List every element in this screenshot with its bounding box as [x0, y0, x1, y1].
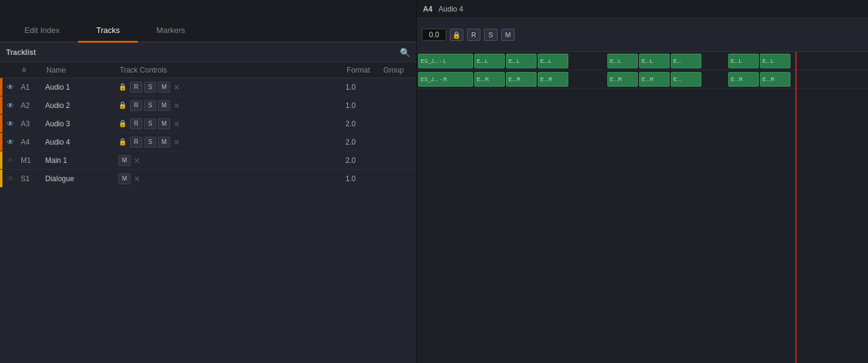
lock-icon-a4: 🔒: [118, 138, 127, 146]
table-row: 👁 S1 Dialogue M ⤨ 1.0: [0, 170, 416, 188]
routing-icon-a4: ⤨: [173, 138, 179, 146]
left-panel: Edit Index Tracks Markers Tracklist 🔍 # …: [0, 0, 417, 363]
mute-btn-a3[interactable]: M: [158, 118, 170, 129]
record-btn-a4[interactable]: R: [130, 137, 142, 148]
lock-icon-a2: 🔒: [118, 101, 127, 109]
tabs-bar: Edit Index Tracks Markers: [0, 0, 416, 43]
clip-es-r[interactable]: ES_J... - R: [418, 72, 473, 87]
clip-e-l-1[interactable]: E...L: [474, 54, 505, 68]
mute-btn-s1[interactable]: M: [118, 173, 131, 184]
track-eye-a1[interactable]: 👁: [2, 83, 18, 92]
record-btn-a3[interactable]: R: [130, 118, 142, 129]
clip-e-l-4[interactable]: E...L: [607, 54, 638, 68]
clip-e-r-5[interactable]: E...R: [639, 72, 670, 87]
record-btn-right[interactable]: R: [467, 29, 480, 41]
track-table-header: # Name Track Controls Format Group: [0, 62, 416, 78]
tab-edit-index[interactable]: Edit Index: [6, 20, 78, 43]
track-list: 👁 A1 Audio 1 🔒 R S M ⤨ 1.0 👁 A2 Audio 2: [0, 78, 416, 363]
solo-btn-a3[interactable]: S: [144, 118, 156, 129]
routing-icon-a3: ⤨: [173, 120, 179, 128]
track-num-s1: S1: [18, 174, 43, 183]
clip-e-l-8[interactable]: E...L: [760, 54, 790, 68]
clip-e-l-5[interactable]: E...L: [639, 54, 670, 68]
clip-es-l[interactable]: ES_J... - L: [418, 54, 473, 68]
track-eye-a4[interactable]: 👁: [2, 138, 18, 146]
routing-icon-a1: ⤨: [173, 83, 179, 92]
track-controls-a2: 🔒 R S M ⤨: [116, 100, 343, 111]
clip-e-r-8[interactable]: E...R: [760, 72, 790, 87]
track-name-a3: Audio 3: [43, 120, 116, 128]
track-num-a4: A4: [18, 138, 43, 146]
table-row: 👁 A3 Audio 3 🔒 R S M ⤨ 2.0: [0, 115, 416, 133]
track-num-m1: M1: [18, 156, 43, 165]
clip-e-r-3[interactable]: E...R: [538, 72, 568, 87]
routing-icon-a2: ⤨: [173, 101, 179, 110]
right-panel: A4 Audio 4 0.0 🔒 R S M ES_J... - L E...L…: [417, 0, 868, 363]
table-row: 👁 M1 Main 1 M ⤨ 2.0: [0, 151, 416, 170]
clip-e-l-2[interactable]: E...L: [506, 54, 537, 68]
clip-e-r-2[interactable]: E...R: [506, 72, 537, 87]
solo-btn-right[interactable]: S: [484, 29, 497, 41]
track-controls-a4: 🔒 R S M ⤨: [116, 137, 343, 148]
right-top-header: A4 Audio 4: [417, 0, 868, 18]
track-eye-a3[interactable]: 👁: [2, 120, 18, 128]
lock-icon-a1: 🔒: [118, 83, 127, 91]
track-format-s1: 1.0: [343, 174, 380, 183]
track-controls-a3: 🔒 R S M ⤨: [116, 118, 343, 129]
routing-icon-s1: ⤨: [134, 174, 140, 183]
right-track-id: A4: [423, 5, 432, 13]
track-format-m1: 2.0: [343, 156, 380, 165]
clip-e-l-6[interactable]: E...: [671, 54, 701, 68]
mute-btn-a1[interactable]: M: [158, 82, 170, 93]
table-row: 👁 A1 Audio 1 🔒 R S M ⤨ 1.0: [0, 78, 416, 96]
record-btn-a1[interactable]: R: [130, 82, 142, 93]
right-controls-strip: 0.0 🔒 R S M: [417, 18, 868, 52]
solo-btn-a2[interactable]: S: [144, 100, 156, 111]
th-format: Format: [343, 66, 380, 74]
table-row: 👁 A4 Audio 4 🔒 R S M ⤨ 2.0: [0, 133, 416, 151]
th-group: Group: [380, 66, 416, 74]
routing-icon-m1: ⤨: [134, 156, 140, 165]
main-container: Edit Index Tracks Markers Tracklist 🔍 # …: [0, 0, 868, 363]
th-name: Name: [43, 66, 116, 74]
clip-e-r-4[interactable]: E...R: [607, 72, 638, 87]
empty-area: [417, 88, 868, 363]
clip-e-r-6[interactable]: E...: [671, 72, 701, 87]
mute-btn-m1[interactable]: M: [118, 155, 131, 166]
tab-markers[interactable]: Markers: [138, 20, 203, 43]
clip-e-r-7[interactable]: E...R: [728, 72, 759, 87]
record-btn-a2[interactable]: R: [130, 100, 142, 111]
tracklist-header: Tracklist 🔍: [0, 43, 416, 62]
th-num: #: [18, 66, 43, 74]
track-num-a1: A1: [18, 83, 43, 92]
track-controls-s1: M ⤨: [116, 173, 343, 184]
track-name-a2: Audio 2: [43, 101, 116, 110]
track-eye-m1[interactable]: 👁: [2, 156, 18, 165]
right-track-name: Audio 4: [438, 5, 463, 13]
mute-btn-a4[interactable]: M: [158, 137, 170, 148]
mute-btn-a2[interactable]: M: [158, 100, 170, 111]
track-eye-a2[interactable]: 👁: [2, 101, 18, 110]
tab-tracks[interactable]: Tracks: [78, 20, 139, 43]
solo-btn-a4[interactable]: S: [144, 137, 156, 148]
track-eye-s1[interactable]: 👁: [2, 174, 18, 183]
track-format-a2: 1.0: [343, 101, 380, 110]
search-button[interactable]: 🔍: [400, 48, 410, 57]
clip-e-l-3[interactable]: E...L: [538, 54, 568, 68]
mute-btn-right[interactable]: M: [501, 29, 515, 41]
track-name-s1: Dialogue: [43, 174, 116, 183]
timecode-display: 0.0: [422, 29, 446, 41]
track-controls-a1: 🔒 R S M ⤨: [116, 82, 343, 93]
th-controls: Track Controls: [116, 66, 343, 74]
clips-row-l: ES_J... - L E...L E...L E...L E...L E...…: [417, 52, 868, 70]
clip-e-l-7[interactable]: E...L: [728, 54, 759, 68]
track-format-a3: 2.0: [343, 120, 380, 128]
clip-e-r-1[interactable]: E...R: [474, 72, 505, 87]
track-name-a4: Audio 4: [43, 138, 116, 146]
track-format-a1: 1.0: [343, 83, 380, 92]
solo-btn-a1[interactable]: S: [144, 82, 156, 93]
lock-icon-right[interactable]: 🔒: [450, 29, 463, 41]
track-format-a4: 2.0: [343, 138, 380, 146]
clips-row-r: ES_J... - R E...R E...R E...R E...R E...…: [417, 70, 868, 88]
track-num-a3: A3: [18, 120, 43, 128]
